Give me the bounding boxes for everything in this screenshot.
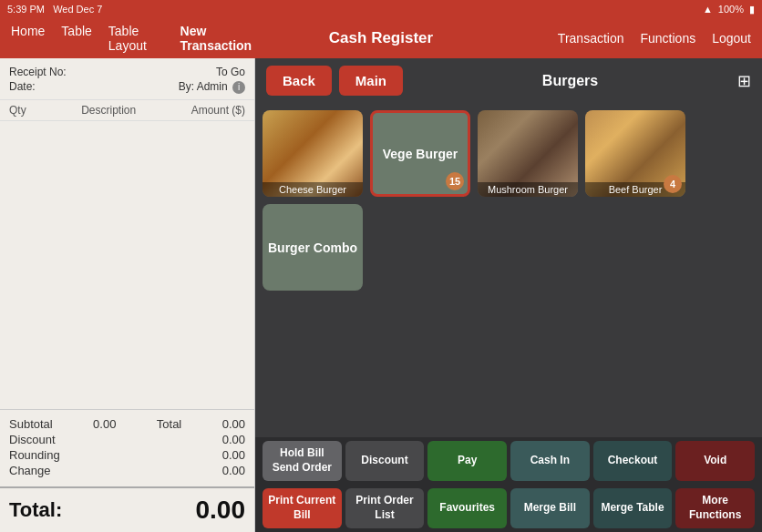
- receipt-total: Total: 0.00: [0, 486, 254, 532]
- receipt-body: [0, 121, 254, 409]
- receipt-to-go: To Go: [216, 66, 245, 78]
- nav-title: Cash Register: [258, 29, 505, 47]
- col-amount: Amount ($): [191, 104, 245, 117]
- battery-label: 100%: [718, 4, 744, 15]
- receipt-columns: Qty Description Amount ($): [0, 100, 254, 121]
- action-bar-row2: Print Current Bill Print Order List Favo…: [255, 485, 762, 532]
- product-label-cheese-burger: Cheese Burger: [263, 182, 363, 197]
- more-functions-button[interactable]: More Functions: [675, 488, 755, 528]
- product-vege-burger[interactable]: Vege Burger 15: [370, 110, 470, 197]
- main-layout: Receipt No: To Go Date: By: Admin i Qty …: [0, 58, 762, 532]
- discount-value: 0.00: [222, 433, 245, 446]
- nav-right: Transaction Functions Logout: [504, 31, 751, 46]
- action-bar-row1: Hold Bill Send Order Discount Pay Cash I…: [255, 437, 762, 485]
- change-value: 0.00: [222, 464, 245, 477]
- status-time: 5:39 PM Wed Dec 7: [7, 4, 102, 15]
- hold-bill-button[interactable]: Hold Bill Send Order: [263, 441, 342, 481]
- nav-functions[interactable]: Functions: [640, 31, 695, 46]
- receipt-total-label: Total:: [9, 498, 62, 522]
- back-button[interactable]: Back: [266, 66, 332, 96]
- main-button[interactable]: Main: [339, 66, 403, 96]
- product-badge-vege-burger: 15: [446, 172, 464, 190]
- merge-table-button[interactable]: Merge Table: [593, 488, 673, 528]
- nav-bar: Home Table Table Layout New Transaction …: [0, 18, 762, 58]
- status-right: ▲ 100% ▮: [703, 4, 755, 15]
- col-description: Description: [81, 104, 136, 117]
- receipt-footer: Subtotal 0.00 Total 0.00 Discount 0.00 R…: [0, 409, 254, 486]
- checkout-button[interactable]: Checkout: [593, 441, 673, 481]
- total-label: Total: [157, 417, 181, 431]
- nav-transaction[interactable]: Transaction: [558, 31, 624, 46]
- receipt-header: Receipt No: To Go Date: By: Admin i: [0, 58, 254, 100]
- wifi-icon: ▲: [703, 4, 713, 15]
- void-button[interactable]: Void: [675, 441, 755, 481]
- product-header: Back Main Burgers ⊞: [255, 58, 762, 103]
- right-panel: Back Main Burgers ⊞ Cheese Burger Vege B…: [255, 58, 762, 532]
- print-order-list-button[interactable]: Print Order List: [345, 488, 425, 528]
- product-badge-beef-burger: 4: [664, 175, 682, 193]
- product-grid: Cheese Burger Vege Burger 15 Mushroom Bu…: [255, 103, 762, 437]
- cash-in-button[interactable]: Cash In: [510, 441, 590, 481]
- nav-new-transaction[interactable]: New Transaction: [180, 24, 258, 53]
- col-qty: Qty: [9, 104, 26, 117]
- favourites-button[interactable]: Favourites: [427, 488, 507, 528]
- status-bar: 5:39 PM Wed Dec 7 ▲ 100% ▮: [0, 0, 762, 18]
- receipt-panel: Receipt No: To Go Date: By: Admin i Qty …: [0, 58, 255, 532]
- product-label-mushroom-burger: Mushroom Burger: [478, 182, 578, 197]
- total-value: 0.00: [222, 417, 245, 431]
- nav-table[interactable]: Table: [61, 24, 91, 53]
- discount-label: Discount: [9, 433, 56, 446]
- product-beef-burger[interactable]: Beef Burger 4: [585, 110, 685, 197]
- discount-button[interactable]: Discount: [345, 441, 425, 481]
- search-icon: ⊞: [737, 72, 751, 90]
- merge-bill-button[interactable]: Merge Bill: [510, 488, 590, 528]
- category-title: Burgers: [410, 73, 730, 89]
- rounding-label: Rounding: [9, 448, 60, 462]
- nav-logout[interactable]: Logout: [712, 31, 751, 46]
- print-current-bill-button[interactable]: Print Current Bill: [263, 488, 342, 528]
- pay-button[interactable]: Pay: [427, 441, 507, 481]
- receipt-date-label: Date:: [9, 80, 36, 94]
- product-cheese-burger[interactable]: Cheese Burger: [263, 110, 363, 197]
- product-burger-combo[interactable]: Burger Combo: [263, 204, 363, 291]
- nav-left: Home Table Table Layout New Transaction: [11, 24, 258, 53]
- receipt-by-admin: By: Admin i: [179, 80, 245, 94]
- product-label-vege-burger: Vege Burger: [379, 143, 461, 165]
- change-label: Change: [9, 464, 51, 477]
- info-icon: i: [232, 81, 245, 94]
- receipt-no-label: Receipt No:: [9, 66, 67, 78]
- receipt-total-value: 0.00: [196, 496, 246, 525]
- product-label-burger-combo: Burger Combo: [264, 237, 361, 259]
- rounding-value: 0.00: [222, 448, 245, 462]
- nav-table-layout[interactable]: Table Layout: [108, 24, 164, 53]
- search-button[interactable]: ⊞: [737, 71, 751, 91]
- product-mushroom-burger[interactable]: Mushroom Burger: [478, 110, 578, 197]
- battery-icon: ▮: [749, 4, 755, 15]
- subtotal-value: 0.00: [93, 417, 116, 431]
- nav-home[interactable]: Home: [11, 24, 45, 53]
- subtotal-label: Subtotal: [9, 417, 53, 431]
